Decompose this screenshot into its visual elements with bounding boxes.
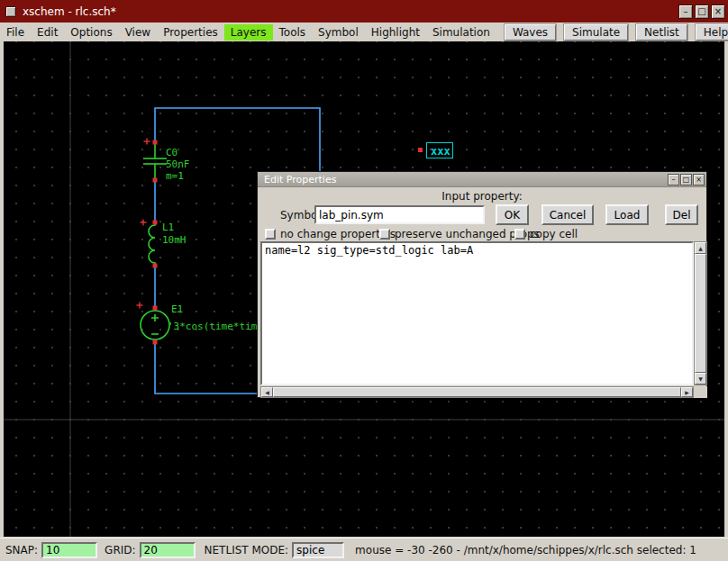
simulate-button[interactable]: Simulate (564, 24, 628, 41)
grid-label: GRID: (105, 544, 135, 556)
del-button[interactable]: Del (665, 204, 698, 225)
menu-layers[interactable]: Layers (224, 24, 273, 41)
property-textarea[interactable]: name=l2 sig_type=std_logic lab=A (260, 241, 694, 385)
titlebar[interactable]: xschem - rlc.sch* – □ × (0, 0, 728, 23)
cancel-button[interactable]: Cancel (541, 204, 594, 225)
source-pins (153, 306, 158, 345)
inductor-pins (153, 221, 158, 268)
inductor-designator: L1 (162, 222, 174, 233)
mouse-info: mouse = -30 -260 - /mnt/x/home/schippes/… (355, 544, 696, 556)
netlist-button[interactable]: Netlist (636, 24, 687, 41)
dialog-window-controls: – □ × (668, 174, 705, 185)
pin-cross-icon (137, 303, 143, 309)
scroll-right-arrow-icon[interactable]: ▶ (681, 387, 693, 397)
inductor-value: 10mH (162, 234, 187, 246)
capacitor-designator: C0 (166, 147, 177, 158)
copy-cell-label: copy cell (530, 228, 578, 240)
pin-cross-icon (141, 220, 147, 226)
symbol-input[interactable] (314, 205, 485, 224)
scroll-left-arrow-icon[interactable]: ◀ (261, 387, 273, 397)
horizontal-scroll-thumb[interactable] (273, 387, 681, 397)
ok-button[interactable]: OK (496, 204, 529, 225)
pin-cross-icon (144, 139, 150, 145)
net-label-text: xxx (431, 145, 450, 158)
menu-file[interactable]: File (0, 24, 31, 41)
minimize-button[interactable]: – (678, 5, 693, 19)
window-menu-icon[interactable] (5, 6, 16, 17)
scrollbar-corner (694, 386, 707, 398)
capacitor-symbol[interactable]: C0 50nF m=1 (143, 139, 190, 183)
window-title: xschem - rlc.sch* (23, 5, 116, 18)
menu-symbol[interactable]: Symbol (312, 24, 365, 41)
waves-button[interactable]: Waves (505, 24, 556, 41)
window-controls: – □ × (678, 5, 725, 19)
preserve-unchanged-props-checkbox[interactable] (379, 229, 390, 240)
statusbar: SNAP: GRID: NETLIST MODE: mouse = -30 -2… (0, 538, 728, 561)
snap-input[interactable] (41, 542, 97, 558)
copy-cell-checkbox[interactable] (514, 229, 525, 240)
dialog-maximize-button[interactable]: □ (680, 174, 692, 185)
capacitor-param: m=1 (166, 170, 184, 182)
edit-properties-dialog: Edit Properties – □ × Input property: Sy… (257, 171, 707, 398)
net-label-selected[interactable]: xxx (418, 143, 453, 158)
copy-cell-option: copy cell (514, 228, 578, 240)
menu-highlight[interactable]: Highlight (365, 24, 426, 41)
close-button[interactable]: × (711, 5, 725, 19)
menu-edit[interactable]: Edit (31, 24, 64, 41)
dialog-minimize-button[interactable]: – (668, 174, 679, 185)
netlist-mode-input[interactable] (292, 542, 344, 558)
menu-options[interactable]: Options (64, 24, 118, 41)
menu-simulation[interactable]: Simulation (426, 24, 496, 41)
app-window: xschem - rlc.sch* – □ × File Edit Option… (0, 0, 728, 561)
load-button[interactable]: Load (605, 204, 649, 225)
input-property-label: Input property: (258, 190, 706, 203)
help-button[interactable]: Help (696, 24, 728, 41)
source-designator: E1 (171, 303, 183, 315)
grid-input[interactable] (140, 542, 196, 558)
menu-view[interactable]: View (119, 24, 157, 41)
menubar: File Edit Options View Properties Layers… (0, 23, 728, 41)
net-label-pin (418, 148, 423, 152)
vertical-scrollbar[interactable]: ▲ ▼ (694, 241, 707, 385)
scroll-up-arrow-icon[interactable]: ▲ (695, 242, 706, 254)
dialog-close-button[interactable]: × (693, 174, 705, 185)
maximize-button[interactable]: □ (695, 5, 709, 19)
dialog-title: Edit Properties (264, 174, 336, 185)
inductor-symbol[interactable]: L1 10mH (141, 220, 187, 268)
scroll-down-arrow-icon[interactable]: ▼ (695, 373, 706, 385)
no-change-properties-label: no change properties (280, 228, 396, 240)
dialog-titlebar[interactable]: Edit Properties – □ × (258, 172, 706, 187)
netlist-mode-label: NETLIST MODE: (205, 544, 289, 556)
capacitor-value: 50nF (166, 158, 190, 170)
horizontal-scrollbar[interactable]: ◀ ▶ (260, 386, 694, 398)
menu-tools[interactable]: Tools (273, 24, 313, 41)
vertical-scroll-thumb[interactable] (695, 254, 706, 373)
no-change-properties-option: no change properties (265, 228, 396, 240)
menu-properties[interactable]: Properties (157, 24, 224, 41)
no-change-properties-checkbox[interactable] (265, 229, 276, 240)
snap-label: SNAP: (5, 544, 38, 556)
